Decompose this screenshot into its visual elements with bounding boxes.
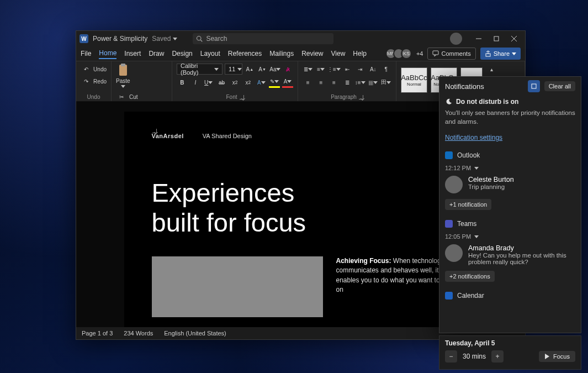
- calendar-focus-panel: Tuesday, April 5 − 30 mins + Focus: [439, 335, 581, 370]
- sort-icon[interactable]: A↓: [368, 64, 379, 75]
- presence-extra[interactable]: +4: [416, 50, 423, 57]
- superscript-icon[interactable]: x2: [242, 77, 253, 88]
- teams-icon: [445, 220, 453, 228]
- tab-draw[interactable]: Draw: [149, 49, 164, 59]
- sender-avatar: [445, 176, 463, 193]
- numbering-icon[interactable]: ≡: [316, 64, 327, 75]
- chevron-down-icon: [121, 85, 125, 88]
- notification-time[interactable]: 12:05 PM: [445, 233, 575, 240]
- word-app-icon: W: [80, 34, 88, 43]
- align-left-icon[interactable]: ≡: [303, 77, 314, 88]
- tab-home[interactable]: Home: [99, 48, 116, 59]
- increase-indent-icon[interactable]: ⇥: [355, 64, 366, 75]
- bullets-icon[interactable]: ≣: [303, 64, 314, 75]
- increase-duration-button[interactable]: +: [491, 350, 504, 363]
- share-icon: [485, 50, 491, 57]
- comments-button[interactable]: Comments: [427, 48, 475, 60]
- shading-icon[interactable]: ▦: [368, 77, 379, 88]
- chevron-down-icon: [214, 68, 219, 71]
- dialog-launcher-icon[interactable]: [152, 129, 157, 133]
- tab-review[interactable]: Review: [301, 49, 323, 59]
- status-language[interactable]: English (United States): [164, 330, 226, 337]
- tab-help[interactable]: Help: [353, 49, 367, 59]
- status-words[interactable]: 234 Words: [124, 330, 153, 337]
- svg-rect-6: [433, 51, 438, 55]
- tab-insert[interactable]: Insert: [124, 49, 141, 59]
- account-avatar[interactable]: [450, 33, 462, 45]
- dialog-launcher-icon[interactable]: [240, 95, 244, 99]
- tab-view[interactable]: View: [331, 49, 346, 59]
- chevron-down-icon: [474, 167, 479, 170]
- calendar-icon: [445, 292, 453, 300]
- notification-item[interactable]: Amanda BradyHey! Can you help me out wit…: [445, 244, 575, 265]
- presence-avatars[interactable]: MRKS: [389, 48, 412, 59]
- minimize-button[interactable]: [471, 33, 486, 44]
- underline-icon[interactable]: U: [203, 77, 214, 88]
- notification-group-calendar: Calendar: [445, 292, 575, 300]
- line-spacing-icon[interactable]: ↕≡: [354, 77, 365, 88]
- tab-references[interactable]: References: [228, 49, 262, 59]
- font-color-icon[interactable]: A: [282, 77, 293, 88]
- doc-subbrand: VA Shared Design: [203, 133, 252, 139]
- bold-icon[interactable]: B: [177, 77, 188, 88]
- cut-button[interactable]: ✂Cut: [116, 91, 161, 102]
- dnd-banner: Do not disturb is on You'll only see ban…: [445, 98, 575, 141]
- undo-button[interactable]: ↶Undo: [81, 64, 107, 75]
- notification-settings-link[interactable]: Notification settings: [445, 134, 502, 141]
- text-effects-icon[interactable]: A: [256, 77, 267, 88]
- tab-mailings[interactable]: Mailings: [269, 49, 294, 59]
- redo-button[interactable]: ↷Redo: [81, 76, 107, 87]
- notification-quick-setting-icon[interactable]: [528, 80, 540, 92]
- tab-design[interactable]: Design: [172, 49, 192, 59]
- share-button[interactable]: Share: [480, 48, 521, 60]
- show-marks-icon[interactable]: ¶: [381, 64, 392, 75]
- tab-file[interactable]: File: [81, 49, 91, 59]
- doc-image-placeholder: [152, 256, 323, 317]
- font-size-combo[interactable]: 11: [225, 64, 242, 75]
- menubar: File Home Insert Draw Design Layout Refe…: [76, 46, 525, 61]
- justify-icon[interactable]: ≣: [342, 77, 353, 88]
- clear-format-icon[interactable]: A̷: [283, 64, 293, 75]
- change-case-icon[interactable]: Aa: [269, 64, 280, 75]
- maximize-button[interactable]: [489, 33, 504, 44]
- notification-item[interactable]: Celeste BurtonTrip planning: [445, 176, 575, 193]
- focus-duration: 30 mins: [463, 353, 486, 360]
- notification-group-teams: Teams 12:05 PM Amanda BradyHey! Can you …: [445, 220, 575, 282]
- moon-icon: [445, 98, 453, 106]
- highlight-icon[interactable]: ✎: [269, 77, 280, 88]
- borders-icon[interactable]: 田: [380, 77, 391, 88]
- decrease-indent-icon[interactable]: ⇤: [342, 64, 353, 75]
- font-name-combo[interactable]: Calibri (Body): [177, 64, 223, 75]
- outlook-icon: [445, 151, 453, 159]
- style-normal[interactable]: AaBbCcNormal: [401, 67, 427, 93]
- grow-font-icon[interactable]: A▲: [245, 64, 255, 75]
- more-notifications-button[interactable]: +1 notification: [445, 199, 491, 210]
- chevron-down-icon: [173, 38, 177, 40]
- align-right-icon[interactable]: ≡: [329, 77, 340, 88]
- decrease-duration-button[interactable]: −: [445, 350, 457, 363]
- status-page[interactable]: Page 1 of 3: [82, 330, 113, 337]
- strikethrough-icon[interactable]: ab: [216, 77, 227, 88]
- calendar-date[interactable]: Tuesday, April 5: [445, 339, 575, 347]
- styles-scroll-up-icon[interactable]: ▴: [486, 64, 497, 75]
- doc-body-text: Achieving Focus: When technology communi…: [336, 256, 450, 317]
- more-notifications-button[interactable]: +2 notifications: [445, 271, 495, 282]
- subscript-icon[interactable]: x2: [230, 77, 241, 88]
- italic-icon[interactable]: I: [190, 77, 201, 88]
- align-center-icon[interactable]: ≡: [316, 77, 327, 88]
- start-focus-button[interactable]: Focus: [539, 351, 575, 362]
- multilevel-list-icon[interactable]: ⋮≡: [329, 64, 340, 75]
- tab-layout[interactable]: Layout: [200, 49, 220, 59]
- paste-button[interactable]: Paste: [116, 64, 130, 88]
- save-status[interactable]: Saved: [152, 35, 177, 43]
- document-title: Power & Simplicity: [93, 35, 147, 43]
- notification-center: Notifications Clear all Do not disturb i…: [439, 76, 581, 333]
- shrink-font-icon[interactable]: A▼: [257, 64, 268, 75]
- notifications-title: Notifications: [445, 82, 484, 91]
- chevron-down-icon: [474, 235, 479, 238]
- close-button[interactable]: [506, 33, 522, 44]
- notification-time[interactable]: 12:12 PM: [445, 165, 575, 171]
- clear-all-button[interactable]: Clear all: [544, 81, 575, 91]
- search-input[interactable]: Search: [193, 33, 333, 44]
- dialog-launcher-icon[interactable]: [359, 95, 363, 99]
